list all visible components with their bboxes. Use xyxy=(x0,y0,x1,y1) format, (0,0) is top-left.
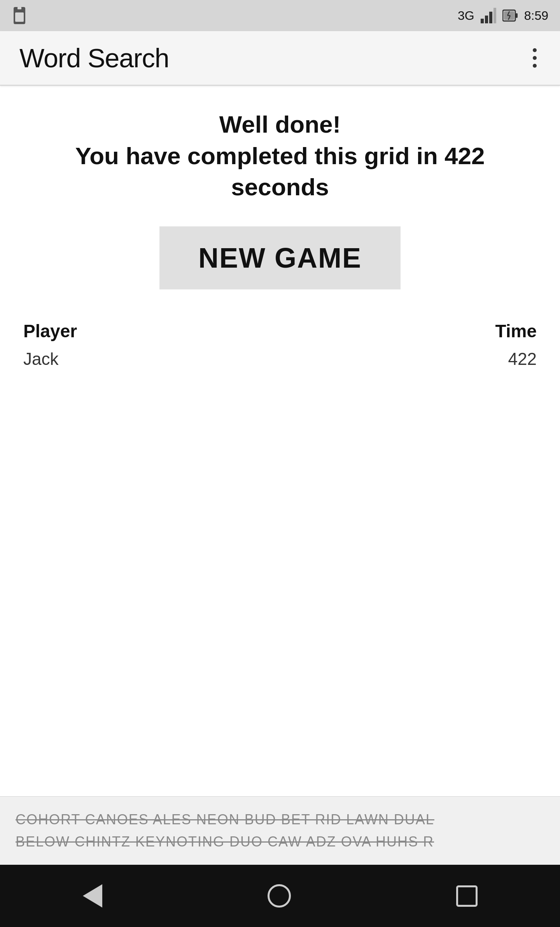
svg-rect-6 xyxy=(489,12,492,23)
scores-section: Player Time Jack 422 xyxy=(19,321,541,369)
completion-line2: You have completed this grid in 422 xyxy=(75,140,485,172)
menu-dot-2 xyxy=(533,56,537,60)
sim-icon xyxy=(12,7,27,24)
svg-rect-5 xyxy=(485,16,488,23)
back-icon xyxy=(83,884,102,908)
menu-dot-3 xyxy=(533,64,537,68)
svg-rect-9 xyxy=(516,13,518,18)
time-header: Time xyxy=(495,321,537,342)
signal-bars-icon xyxy=(481,8,496,23)
new-game-button[interactable]: NEW GAME xyxy=(159,226,401,289)
scores-header: Player Time xyxy=(23,321,537,342)
completion-message: Well done! You have completed this grid … xyxy=(75,109,485,203)
overflow-menu-button[interactable] xyxy=(529,44,541,72)
signal-text: 3G xyxy=(458,9,474,23)
app-bar: Word Search xyxy=(0,31,560,86)
home-icon xyxy=(268,884,291,908)
player-header: Player xyxy=(23,321,77,342)
completion-line3: seconds xyxy=(75,172,485,203)
status-bar: 3G 8:59 xyxy=(0,0,560,31)
main-content: Well done! You have completed this grid … xyxy=(0,86,560,384)
player-value: Jack xyxy=(23,349,58,369)
svg-rect-3 xyxy=(18,7,21,9)
completion-line1: Well done! xyxy=(75,109,485,140)
battery-icon xyxy=(502,8,518,23)
app-title: Word Search xyxy=(19,43,169,73)
nav-back-button[interactable] xyxy=(83,884,102,908)
recent-icon xyxy=(456,885,478,907)
svg-rect-7 xyxy=(494,8,496,23)
nav-bar xyxy=(0,865,560,927)
menu-dot-1 xyxy=(533,48,537,52)
word-list-line-2: BELOW CHINTZ KEYNOTING DUO CAW ADZ OVA H… xyxy=(16,831,544,853)
time-display: 8:59 xyxy=(524,9,548,23)
scores-row: Jack 422 xyxy=(23,349,537,369)
word-list-line-1: COHORT CANOES ALES NEON BUD BET RID LAWN… xyxy=(16,808,544,831)
nav-recent-button[interactable] xyxy=(456,885,478,907)
status-bar-left xyxy=(12,7,27,24)
nav-home-button[interactable] xyxy=(268,884,291,908)
svg-rect-1 xyxy=(15,12,24,22)
svg-rect-4 xyxy=(481,19,484,23)
word-list-area: COHORT CANOES ALES NEON BUD BET RID LAWN… xyxy=(0,796,560,865)
status-bar-right: 3G 8:59 xyxy=(458,8,548,23)
time-value: 422 xyxy=(508,349,537,369)
